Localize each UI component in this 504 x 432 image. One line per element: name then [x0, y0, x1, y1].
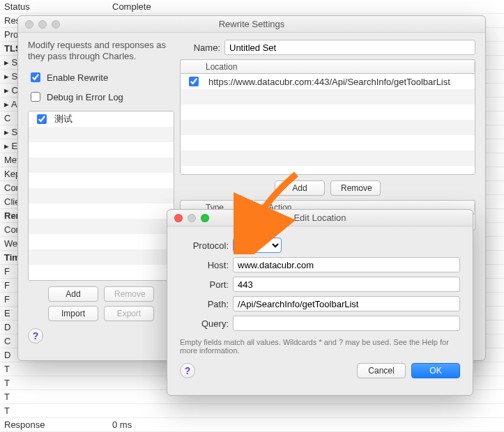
- host-input[interactable]: [233, 257, 460, 272]
- table-row[interactable]: https://www.datacubr.com:443/Api/SearchI…: [181, 74, 475, 89]
- location-checkbox[interactable]: [189, 77, 199, 86]
- window-title: Edit Location: [167, 213, 473, 223]
- query-input[interactable]: [233, 316, 460, 331]
- debug-label[interactable]: Debug in Error Log: [47, 92, 123, 102]
- query-label: Query:: [180, 318, 229, 329]
- table-row[interactable]: [181, 151, 475, 166]
- list-item[interactable]: [29, 142, 174, 157]
- sets-export-button: Export: [104, 306, 154, 321]
- list-item[interactable]: [29, 234, 174, 249]
- path-label: Path:: [180, 299, 229, 309]
- loc-add-button[interactable]: Add: [275, 180, 325, 196]
- titlebar-edit[interactable]: Edit Location: [167, 210, 473, 226]
- port-input[interactable]: [233, 277, 460, 292]
- path-input[interactable]: [233, 296, 460, 311]
- loc-remove-button[interactable]: Remove: [330, 180, 381, 196]
- titlebar[interactable]: Rewrite Settings: [18, 16, 485, 33]
- locations-list[interactable]: https://www.datacubr.com:443/Api/SearchI…: [180, 73, 475, 175]
- port-label: Port:: [180, 279, 229, 290]
- enable-rewrite-label[interactable]: Enable Rewrite: [47, 72, 108, 83]
- list-item[interactable]: [29, 203, 174, 219]
- list-item[interactable]: [29, 173, 174, 188]
- list-item[interactable]: [29, 249, 174, 265]
- locations-table: Location https://www.datacubr.com:443/Ap…: [180, 59, 475, 175]
- name-input[interactable]: [224, 40, 475, 55]
- wildcards-note: Empty fields match all values. Wildcards…: [180, 338, 460, 355]
- help-icon[interactable]: ?: [28, 328, 43, 344]
- list-item[interactable]: [29, 188, 174, 203]
- list-item[interactable]: [29, 127, 174, 142]
- window-title: Rewrite Settings: [18, 19, 485, 29]
- sets-import-button[interactable]: Import: [48, 306, 98, 321]
- help-icon[interactable]: ?: [180, 363, 195, 378]
- intro-text: Modify requests and responses as they pa…: [28, 40, 174, 62]
- ok-button[interactable]: OK: [411, 363, 460, 378]
- table-row[interactable]: [181, 89, 475, 105]
- location-column-header[interactable]: Location: [200, 62, 475, 72]
- table-row[interactable]: [181, 105, 475, 120]
- list-item[interactable]: [29, 157, 174, 173]
- enable-rewrite-checkbox[interactable]: [31, 72, 40, 82]
- table-row[interactable]: [181, 120, 475, 135]
- table-row[interactable]: [181, 135, 475, 151]
- edit-location-window: Edit Location Protocol: https Host: Port…: [167, 209, 473, 396]
- protocol-label: Protocol:: [180, 240, 229, 251]
- list-item[interactable]: [29, 219, 174, 234]
- status-row: StatusComplete: [0, 0, 504, 14]
- cancel-button[interactable]: Cancel: [357, 363, 406, 378]
- table-row[interactable]: [181, 166, 475, 175]
- sets-list[interactable]: 测试: [28, 111, 174, 281]
- set-name: 测试: [54, 113, 72, 125]
- list-item[interactable]: 测试: [29, 111, 174, 127]
- host-label: Host:: [180, 260, 229, 270]
- sets-add-button[interactable]: Add: [48, 286, 98, 302]
- sets-remove-button: Remove: [104, 286, 154, 302]
- status-row: Response0 ms: [0, 418, 504, 432]
- location-url: https://www.datacubr.com:443/Api/SearchI…: [208, 77, 450, 87]
- name-label: Name:: [180, 43, 220, 53]
- set-checkbox[interactable]: [37, 114, 47, 124]
- list-item[interactable]: [29, 265, 174, 280]
- protocol-select[interactable]: https: [233, 238, 282, 253]
- debug-checkbox[interactable]: [31, 92, 40, 102]
- status-row: T: [0, 404, 504, 418]
